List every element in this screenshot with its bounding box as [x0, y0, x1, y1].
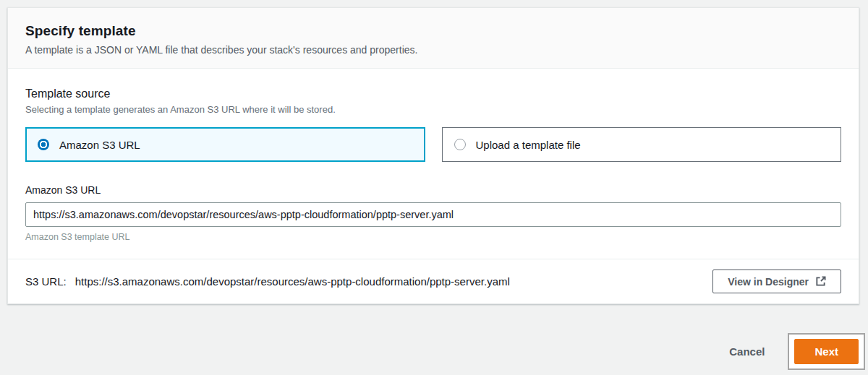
next-button[interactable]: Next — [794, 339, 859, 364]
specify-template-panel: Specify template A template is a JSON or… — [7, 7, 859, 304]
next-button-highlight-box: Next — [788, 333, 865, 370]
s3-url-summary: S3 URL: https://s3.amazonaws.com/devopst… — [25, 275, 510, 288]
view-in-designer-button[interactable]: View in Designer — [712, 270, 841, 293]
view-in-designer-label: View in Designer — [728, 276, 809, 288]
template-source-options: Amazon S3 URL Upload a template file — [25, 127, 841, 162]
external-link-icon — [815, 276, 826, 287]
panel-header: Specify template A template is a JSON or… — [8, 8, 859, 69]
s3-url-input[interactable] — [25, 202, 841, 227]
s3-url-summary-label: S3 URL: — [25, 275, 67, 288]
radio-tile-label: Amazon S3 URL — [59, 139, 140, 151]
page-title: Specify template — [25, 23, 841, 39]
panel-footer: S3 URL: https://s3.amazonaws.com/devopst… — [8, 259, 859, 303]
cancel-button[interactable]: Cancel — [729, 345, 765, 358]
template-source-hint: Selecting a template generates an Amazon… — [25, 104, 841, 115]
radio-tile-label: Upload a template file — [476, 139, 581, 151]
radio-tile-upload-template-file[interactable]: Upload a template file — [442, 127, 842, 162]
wizard-actions: Cancel Next — [729, 333, 865, 370]
radio-unselected-icon[interactable] — [454, 139, 466, 150]
panel-body: Template source Selecting a template gen… — [8, 69, 859, 242]
template-source-heading: Template source — [25, 87, 841, 100]
s3-url-field-label: Amazon S3 URL — [25, 184, 841, 196]
page-description: A template is a JSON or YAML file that d… — [25, 44, 841, 56]
s3-url-summary-value: https://s3.amazonaws.com/devopstar/resou… — [75, 275, 510, 288]
radio-tile-amazon-s3-url[interactable]: Amazon S3 URL — [25, 127, 425, 162]
radio-selected-icon[interactable] — [38, 139, 49, 150]
s3-url-field-hint: Amazon S3 template URL — [25, 232, 841, 242]
